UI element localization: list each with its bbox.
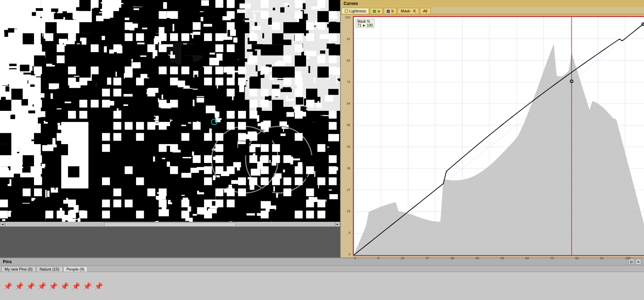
tab-b[interactable]: b [384,8,397,14]
list-item[interactable]: 📌 [26,281,35,291]
y-label-36: 36 [347,167,350,170]
list-item[interactable]: 📌 [94,281,103,291]
tab-all-label: All [423,9,427,13]
tab-nature[interactable]: Nature (15) [36,266,63,272]
list-item[interactable]: 📌 [14,281,24,291]
tab-my-new-pins[interactable]: My new Pins (0) [1,266,36,272]
a-dot [373,10,376,13]
list-item[interactable]: 📌 [37,281,47,291]
pin-icon-1: 📌 [15,282,24,290]
b-dot [387,10,390,13]
y-label-55: 55 [347,124,350,127]
pins-title: Pins [3,259,628,264]
x-label-100: 100 [625,257,631,260]
tab-a[interactable]: a [370,8,383,14]
pins-tabs: My new Pins (0) Nature (15) People (9) [0,266,644,272]
list-item[interactable]: 📌 [71,281,81,291]
image-canvas [0,0,340,222]
x-label-64: 64 [525,257,529,260]
list-item[interactable]: 📌 [60,281,69,291]
tab-mask-k-label: Mask · K [401,9,416,13]
pin-icon-5: 📌 [60,282,69,290]
y-label-100: 100 [345,16,350,19]
curves-tabs: Lightness a b Mask · K All [341,7,644,15]
x-label-27: 27 [425,257,429,260]
tab-new-pins-label: My new Pins (0) [5,267,33,271]
tab-people-label: People (9) [67,267,85,271]
curves-graph-container: 100 91 82 73 64 55 45 36 27 18 9 0 Mask … [341,15,644,257]
scroll-right-arrow[interactable]: ► [335,222,340,227]
y-axis-labels: 100 91 82 73 64 55 45 36 27 18 9 0 [341,16,351,256]
tab-all[interactable]: All [420,8,430,14]
tab-lightness[interactable]: Lightness [341,8,369,14]
tab-b-label: b [391,9,394,13]
scroll-left-arrow[interactable]: ◄ [0,222,5,227]
x-label-0: 0 [354,257,356,260]
y-label-9: 9 [349,231,350,234]
pins-panel: Pins ⊟ ✕ My new Pins (0) Nature (15) Peo… [0,257,644,300]
x-label-45: 45 [475,257,479,260]
image-panel: ◄ ► [0,0,340,227]
x-label-18: 18 [401,257,404,260]
pin-icon-4: 📌 [49,282,58,290]
tab-lightness-label: Lightness [349,9,366,13]
y-label-45: 45 [347,145,350,148]
pins-content: 📌 📌 📌 📌 📌 📌 📌 📌 📌 [0,272,644,300]
y-label-27: 27 [347,188,350,192]
curves-panel: Curves Lightness a b Mask · K All [340,0,644,257]
tab-nature-label: Nature (15) [40,267,60,271]
curves-svg [354,17,644,255]
y-label-18: 18 [347,210,350,213]
x-label-82: 82 [575,257,579,260]
horizontal-scrollbar[interactable]: ◄ ► [0,222,340,227]
x-label-91: 91 [600,257,604,260]
x-label-36: 36 [451,257,454,260]
lightness-dot [345,9,348,13]
pin-icon-8: 📌 [94,282,103,290]
tab-a-label: a [378,9,380,13]
tab-people[interactable]: People (9) [63,266,88,272]
list-item[interactable]: 📌 [3,281,13,291]
list-item[interactable]: 📌 [82,281,92,291]
y-label-91: 91 [347,38,350,41]
pin-icon-6: 📌 [72,282,80,290]
y-label-64: 64 [347,102,350,105]
y-label-82: 82 [347,59,350,62]
pin-icon-0: 📌 [4,282,12,290]
x-label-55: 55 [501,257,504,260]
list-item[interactable]: 📌 [48,281,58,291]
curves-title: Curves [341,0,644,7]
pin-icon-3: 📌 [38,282,46,290]
curves-graph[interactable]: Mask % 71 ► 100 [353,16,644,256]
scroll-track[interactable] [5,222,335,227]
x-label-73: 73 [550,257,554,260]
pin-icon-2: 📌 [26,282,35,290]
pin-icon-7: 📌 [83,282,92,290]
y-label-0: 0 [349,253,350,256]
y-label-73: 73 [347,80,350,84]
x-label-9: 9 [377,257,379,260]
scroll-thumb[interactable] [104,222,236,227]
x-axis-labels: 0 9 18 27 36 45 55 64 73 82 91 100 [342,256,643,260]
tab-mask-k[interactable]: Mask · K [397,8,419,14]
